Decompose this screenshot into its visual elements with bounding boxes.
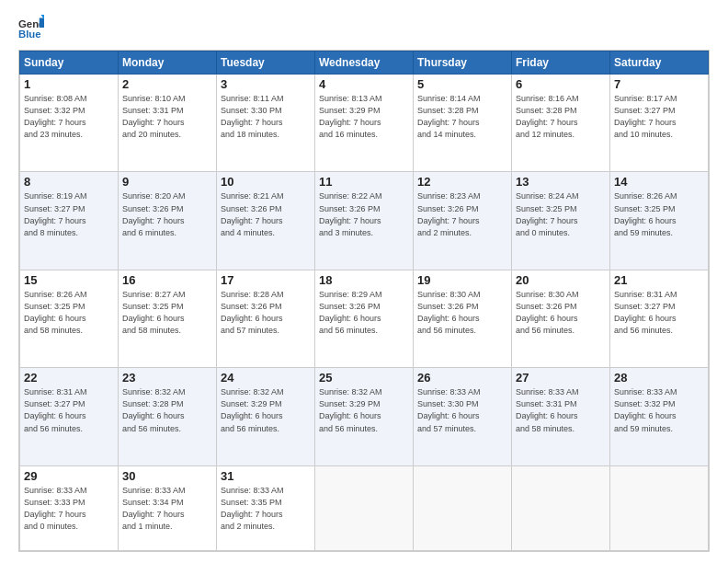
day-info: Sunrise: 8:24 AMSunset: 3:25 PMDaylight:…: [516, 190, 606, 238]
day-number: 31: [221, 469, 311, 483]
week-row-3: 15Sunrise: 8:26 AMSunset: 3:25 PMDayligh…: [20, 270, 709, 367]
day-cell: 4Sunrise: 8:13 AMSunset: 3:29 PMDaylight…: [315, 75, 414, 172]
day-cell: 21Sunrise: 8:31 AMSunset: 3:27 PMDayligh…: [610, 270, 709, 367]
day-cell: 14Sunrise: 8:26 AMSunset: 3:25 PMDayligh…: [610, 172, 709, 270]
day-cell: 25Sunrise: 8:32 AMSunset: 3:29 PMDayligh…: [315, 368, 414, 465]
header-day-saturday: Saturday: [610, 52, 709, 75]
day-number: 9: [122, 175, 212, 189]
day-cell: 12Sunrise: 8:23 AMSunset: 3:26 PMDayligh…: [414, 172, 512, 270]
day-cell: 7Sunrise: 8:17 AMSunset: 3:27 PMDaylight…: [610, 75, 709, 172]
logo: General Blue: [18, 15, 48, 40]
day-number: 27: [516, 371, 606, 385]
day-info: Sunrise: 8:23 AMSunset: 3:26 PMDaylight:…: [417, 190, 507, 238]
day-cell: [512, 465, 610, 550]
day-number: 16: [122, 273, 212, 287]
week-row-1: 1Sunrise: 8:08 AMSunset: 3:32 PMDaylight…: [20, 75, 709, 172]
calendar-page: General Blue SundayMondayTuesdayWednesda…: [0, 0, 728, 563]
day-number: 19: [417, 273, 507, 287]
day-cell: 8Sunrise: 8:19 AMSunset: 3:27 PMDaylight…: [20, 172, 119, 270]
day-number: 6: [516, 77, 606, 91]
day-cell: 30Sunrise: 8:33 AMSunset: 3:34 PMDayligh…: [119, 465, 217, 550]
day-number: 13: [516, 175, 606, 189]
day-number: 17: [221, 273, 311, 287]
header-day-monday: Monday: [119, 52, 217, 75]
day-info: Sunrise: 8:08 AMSunset: 3:32 PMDaylight:…: [24, 93, 114, 141]
day-info: Sunrise: 8:11 AMSunset: 3:30 PMDaylight:…: [221, 93, 311, 141]
day-cell: 26Sunrise: 8:33 AMSunset: 3:30 PMDayligh…: [414, 368, 512, 465]
day-info: Sunrise: 8:13 AMSunset: 3:29 PMDaylight:…: [319, 93, 409, 141]
day-number: 30: [122, 469, 212, 483]
day-number: 10: [221, 175, 311, 189]
day-cell: 28Sunrise: 8:33 AMSunset: 3:32 PMDayligh…: [610, 368, 709, 465]
day-number: 2: [122, 77, 212, 91]
day-number: 1: [24, 77, 114, 91]
day-info: Sunrise: 8:32 AMSunset: 3:28 PMDaylight:…: [122, 386, 212, 434]
day-info: Sunrise: 8:21 AMSunset: 3:26 PMDaylight:…: [221, 190, 311, 238]
svg-marker-2: [40, 18, 44, 29]
logo-icon: General Blue: [18, 15, 44, 40]
day-number: 21: [614, 273, 704, 287]
day-cell: 31Sunrise: 8:33 AMSunset: 3:35 PMDayligh…: [217, 465, 315, 550]
day-cell: 24Sunrise: 8:32 AMSunset: 3:29 PMDayligh…: [217, 368, 315, 465]
day-number: 25: [319, 371, 409, 385]
day-cell: 22Sunrise: 8:31 AMSunset: 3:27 PMDayligh…: [20, 368, 119, 465]
day-info: Sunrise: 8:28 AMSunset: 3:26 PMDaylight:…: [221, 289, 311, 337]
day-cell: 11Sunrise: 8:22 AMSunset: 3:26 PMDayligh…: [315, 172, 414, 270]
day-info: Sunrise: 8:30 AMSunset: 3:26 PMDaylight:…: [516, 289, 606, 337]
header-day-thursday: Thursday: [414, 52, 512, 75]
day-cell: 2Sunrise: 8:10 AMSunset: 3:31 PMDaylight…: [119, 75, 217, 172]
day-info: Sunrise: 8:32 AMSunset: 3:29 PMDaylight:…: [221, 386, 311, 434]
day-number: 22: [24, 371, 114, 385]
calendar-body: 1Sunrise: 8:08 AMSunset: 3:32 PMDaylight…: [20, 75, 709, 551]
day-info: Sunrise: 8:19 AMSunset: 3:27 PMDaylight:…: [24, 190, 114, 238]
day-info: Sunrise: 8:16 AMSunset: 3:28 PMDaylight:…: [516, 93, 606, 141]
day-number: 5: [417, 77, 507, 91]
day-number: 20: [516, 273, 606, 287]
day-cell: 29Sunrise: 8:33 AMSunset: 3:33 PMDayligh…: [20, 465, 119, 550]
day-cell: 5Sunrise: 8:14 AMSunset: 3:28 PMDaylight…: [414, 75, 512, 172]
day-info: Sunrise: 8:33 AMSunset: 3:33 PMDaylight:…: [24, 485, 114, 533]
day-info: Sunrise: 8:20 AMSunset: 3:26 PMDaylight:…: [122, 190, 212, 238]
header-day-wednesday: Wednesday: [315, 52, 414, 75]
day-number: 3: [221, 77, 311, 91]
day-info: Sunrise: 8:10 AMSunset: 3:31 PMDaylight:…: [122, 93, 212, 141]
day-cell: [315, 465, 414, 550]
day-cell: 20Sunrise: 8:30 AMSunset: 3:26 PMDayligh…: [512, 270, 610, 367]
week-row-2: 8Sunrise: 8:19 AMSunset: 3:27 PMDaylight…: [20, 172, 709, 270]
day-info: Sunrise: 8:33 AMSunset: 3:34 PMDaylight:…: [122, 485, 212, 533]
calendar: SundayMondayTuesdayWednesdayThursdayFrid…: [18, 50, 710, 552]
day-info: Sunrise: 8:17 AMSunset: 3:27 PMDaylight:…: [614, 93, 704, 141]
day-cell: 17Sunrise: 8:28 AMSunset: 3:26 PMDayligh…: [217, 270, 315, 367]
header-day-tuesday: Tuesday: [217, 52, 315, 75]
day-info: Sunrise: 8:26 AMSunset: 3:25 PMDaylight:…: [24, 289, 114, 337]
day-number: 8: [24, 175, 114, 189]
day-cell: 16Sunrise: 8:27 AMSunset: 3:25 PMDayligh…: [119, 270, 217, 367]
day-number: 14: [614, 175, 704, 189]
svg-text:Blue: Blue: [18, 29, 41, 40]
week-row-5: 29Sunrise: 8:33 AMSunset: 3:33 PMDayligh…: [20, 465, 709, 550]
day-cell: 13Sunrise: 8:24 AMSunset: 3:25 PMDayligh…: [512, 172, 610, 270]
day-info: Sunrise: 8:32 AMSunset: 3:29 PMDaylight:…: [319, 386, 409, 434]
day-number: 18: [319, 273, 409, 287]
day-info: Sunrise: 8:14 AMSunset: 3:28 PMDaylight:…: [417, 93, 507, 141]
day-number: 4: [319, 77, 409, 91]
day-cell: 18Sunrise: 8:29 AMSunset: 3:26 PMDayligh…: [315, 270, 414, 367]
day-info: Sunrise: 8:31 AMSunset: 3:27 PMDaylight:…: [24, 386, 114, 434]
day-cell: 27Sunrise: 8:33 AMSunset: 3:31 PMDayligh…: [512, 368, 610, 465]
day-cell: 10Sunrise: 8:21 AMSunset: 3:26 PMDayligh…: [217, 172, 315, 270]
day-info: Sunrise: 8:33 AMSunset: 3:35 PMDaylight:…: [221, 485, 311, 533]
day-cell: 19Sunrise: 8:30 AMSunset: 3:26 PMDayligh…: [414, 270, 512, 367]
day-info: Sunrise: 8:29 AMSunset: 3:26 PMDaylight:…: [319, 289, 409, 337]
day-info: Sunrise: 8:33 AMSunset: 3:30 PMDaylight:…: [417, 386, 507, 434]
day-number: 29: [24, 469, 114, 483]
calendar-header-row: SundayMondayTuesdayWednesdayThursdayFrid…: [20, 52, 709, 75]
day-cell: [414, 465, 512, 550]
day-cell: [610, 465, 709, 550]
week-row-4: 22Sunrise: 8:31 AMSunset: 3:27 PMDayligh…: [20, 368, 709, 465]
day-cell: 1Sunrise: 8:08 AMSunset: 3:32 PMDaylight…: [20, 75, 119, 172]
day-number: 26: [417, 371, 507, 385]
day-number: 7: [614, 77, 704, 91]
day-cell: 15Sunrise: 8:26 AMSunset: 3:25 PMDayligh…: [20, 270, 119, 367]
day-info: Sunrise: 8:27 AMSunset: 3:25 PMDaylight:…: [122, 289, 212, 337]
day-info: Sunrise: 8:30 AMSunset: 3:26 PMDaylight:…: [417, 289, 507, 337]
